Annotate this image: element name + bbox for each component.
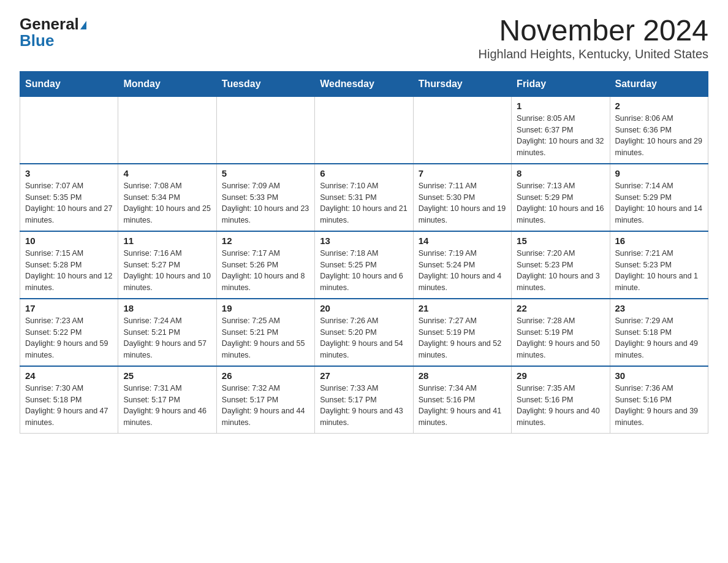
table-row: 5Sunrise: 7:09 AMSunset: 5:33 PMDaylight… — [216, 164, 314, 231]
sun-info: Sunrise: 7:10 AMSunset: 5:31 PMDaylight:… — [320, 180, 408, 226]
table-row: 9Sunrise: 7:14 AMSunset: 5:29 PMDaylight… — [610, 164, 708, 231]
table-row: 29Sunrise: 7:35 AMSunset: 5:16 PMDayligh… — [512, 366, 610, 434]
sun-info: Sunrise: 7:28 AMSunset: 5:19 PMDaylight:… — [517, 315, 604, 361]
table-row: 7Sunrise: 7:11 AMSunset: 5:30 PMDaylight… — [413, 164, 511, 231]
location-subtitle: Highland Heights, Kentucky, United State… — [479, 47, 708, 61]
table-row — [413, 96, 511, 164]
sun-info: Sunrise: 7:11 AMSunset: 5:30 PMDaylight:… — [419, 180, 506, 226]
table-row: 24Sunrise: 7:30 AMSunset: 5:18 PMDayligh… — [20, 366, 118, 434]
day-number: 5 — [222, 168, 309, 178]
calendar-week-3: 10Sunrise: 7:15 AMSunset: 5:28 PMDayligh… — [20, 231, 708, 299]
day-number: 14 — [419, 236, 506, 246]
day-number: 9 — [615, 168, 703, 178]
day-number: 16 — [615, 236, 703, 246]
sun-info: Sunrise: 7:26 AMSunset: 5:20 PMDaylight:… — [320, 315, 408, 361]
day-number: 7 — [419, 168, 506, 178]
page-header: General Blue November 2024 Highland Heig… — [20, 15, 708, 61]
sun-info: Sunrise: 7:08 AMSunset: 5:34 PMDaylight:… — [123, 180, 211, 226]
day-number: 6 — [320, 168, 408, 178]
day-number: 24 — [25, 370, 113, 381]
day-number: 27 — [320, 370, 408, 381]
sun-info: Sunrise: 7:29 AMSunset: 5:18 PMDaylight:… — [615, 315, 703, 361]
sun-info: Sunrise: 7:31 AMSunset: 5:17 PMDaylight:… — [123, 383, 211, 429]
day-number: 19 — [222, 303, 309, 313]
day-number: 26 — [222, 370, 309, 381]
calendar-title-area: November 2024 Highland Heights, Kentucky… — [479, 15, 708, 61]
sun-info: Sunrise: 7:09 AMSunset: 5:33 PMDaylight:… — [222, 180, 309, 226]
table-row — [216, 96, 314, 164]
sun-info: Sunrise: 7:07 AMSunset: 5:35 PMDaylight:… — [25, 180, 113, 226]
day-number: 18 — [123, 303, 211, 313]
day-number: 21 — [419, 303, 506, 313]
sun-info: Sunrise: 7:16 AMSunset: 5:27 PMDaylight:… — [123, 248, 211, 294]
sun-info: Sunrise: 7:14 AMSunset: 5:29 PMDaylight:… — [615, 180, 703, 226]
sun-info: Sunrise: 7:35 AMSunset: 5:16 PMDaylight:… — [517, 383, 604, 429]
sun-info: Sunrise: 7:21 AMSunset: 5:23 PMDaylight:… — [615, 248, 703, 294]
day-number: 11 — [123, 236, 211, 246]
table-row: 20Sunrise: 7:26 AMSunset: 5:20 PMDayligh… — [315, 299, 413, 366]
table-row: 30Sunrise: 7:36 AMSunset: 5:16 PMDayligh… — [610, 366, 708, 434]
day-number: 20 — [320, 303, 408, 313]
day-number: 1 — [517, 101, 604, 111]
logo: General Blue — [20, 15, 86, 50]
day-number: 25 — [123, 370, 211, 381]
day-number: 12 — [222, 236, 309, 246]
calendar-week-5: 24Sunrise: 7:30 AMSunset: 5:18 PMDayligh… — [20, 366, 708, 434]
sun-info: Sunrise: 7:30 AMSunset: 5:18 PMDaylight:… — [25, 383, 113, 429]
table-row: 26Sunrise: 7:32 AMSunset: 5:17 PMDayligh… — [216, 366, 314, 434]
calendar-week-4: 17Sunrise: 7:23 AMSunset: 5:22 PMDayligh… — [20, 299, 708, 366]
calendar-table: Sunday Monday Tuesday Wednesday Thursday… — [20, 71, 708, 434]
header-friday: Friday — [512, 72, 610, 96]
logo-triangle-icon — [80, 21, 86, 29]
table-row: 21Sunrise: 7:27 AMSunset: 5:19 PMDayligh… — [413, 299, 511, 366]
table-row: 12Sunrise: 7:17 AMSunset: 5:26 PMDayligh… — [216, 231, 314, 299]
table-row — [118, 96, 216, 164]
day-number: 2 — [615, 101, 703, 111]
sun-info: Sunrise: 7:13 AMSunset: 5:29 PMDaylight:… — [517, 180, 604, 226]
day-number: 8 — [517, 168, 604, 178]
table-row: 25Sunrise: 7:31 AMSunset: 5:17 PMDayligh… — [118, 366, 216, 434]
table-row: 23Sunrise: 7:29 AMSunset: 5:18 PMDayligh… — [610, 299, 708, 366]
sun-info: Sunrise: 7:33 AMSunset: 5:17 PMDaylight:… — [320, 383, 408, 429]
table-row: 15Sunrise: 7:20 AMSunset: 5:23 PMDayligh… — [512, 231, 610, 299]
header-tuesday: Tuesday — [216, 72, 314, 96]
table-row: 10Sunrise: 7:15 AMSunset: 5:28 PMDayligh… — [20, 231, 118, 299]
sun-info: Sunrise: 8:06 AMSunset: 6:36 PMDaylight:… — [615, 113, 703, 159]
table-row — [315, 96, 413, 164]
table-row: 14Sunrise: 7:19 AMSunset: 5:24 PMDayligh… — [413, 231, 511, 299]
sun-info: Sunrise: 7:34 AMSunset: 5:16 PMDaylight:… — [419, 383, 506, 429]
table-row: 6Sunrise: 7:10 AMSunset: 5:31 PMDaylight… — [315, 164, 413, 231]
day-number: 17 — [25, 303, 113, 313]
sun-info: Sunrise: 7:18 AMSunset: 5:25 PMDaylight:… — [320, 248, 408, 294]
table-row: 22Sunrise: 7:28 AMSunset: 5:19 PMDayligh… — [512, 299, 610, 366]
sun-info: Sunrise: 8:05 AMSunset: 6:37 PMDaylight:… — [517, 113, 604, 159]
table-row: 17Sunrise: 7:23 AMSunset: 5:22 PMDayligh… — [20, 299, 118, 366]
day-number: 15 — [517, 236, 604, 246]
table-row: 18Sunrise: 7:24 AMSunset: 5:21 PMDayligh… — [118, 299, 216, 366]
day-number: 4 — [123, 168, 211, 178]
table-row — [20, 96, 118, 164]
calendar-week-1: 1Sunrise: 8:05 AMSunset: 6:37 PMDaylight… — [20, 96, 708, 164]
day-number: 30 — [615, 370, 703, 381]
calendar-header-row: Sunday Monday Tuesday Wednesday Thursday… — [20, 72, 708, 96]
table-row: 1Sunrise: 8:05 AMSunset: 6:37 PMDaylight… — [512, 96, 610, 164]
table-row: 19Sunrise: 7:25 AMSunset: 5:21 PMDayligh… — [216, 299, 314, 366]
header-sunday: Sunday — [20, 72, 118, 96]
header-monday: Monday — [118, 72, 216, 96]
sun-info: Sunrise: 7:27 AMSunset: 5:19 PMDaylight:… — [419, 315, 506, 361]
table-row: 11Sunrise: 7:16 AMSunset: 5:27 PMDayligh… — [118, 231, 216, 299]
day-number: 3 — [25, 168, 113, 178]
table-row: 27Sunrise: 7:33 AMSunset: 5:17 PMDayligh… — [315, 366, 413, 434]
day-number: 13 — [320, 236, 408, 246]
day-number: 29 — [517, 370, 604, 381]
sun-info: Sunrise: 7:25 AMSunset: 5:21 PMDaylight:… — [222, 315, 309, 361]
sun-info: Sunrise: 7:32 AMSunset: 5:17 PMDaylight:… — [222, 383, 309, 429]
day-number: 22 — [517, 303, 604, 313]
sun-info: Sunrise: 7:36 AMSunset: 5:16 PMDaylight:… — [615, 383, 703, 429]
table-row: 13Sunrise: 7:18 AMSunset: 5:25 PMDayligh… — [315, 231, 413, 299]
month-year-title: November 2024 — [479, 15, 708, 47]
table-row: 16Sunrise: 7:21 AMSunset: 5:23 PMDayligh… — [610, 231, 708, 299]
sun-info: Sunrise: 7:19 AMSunset: 5:24 PMDaylight:… — [419, 248, 506, 294]
table-row: 28Sunrise: 7:34 AMSunset: 5:16 PMDayligh… — [413, 366, 511, 434]
table-row: 4Sunrise: 7:08 AMSunset: 5:34 PMDaylight… — [118, 164, 216, 231]
